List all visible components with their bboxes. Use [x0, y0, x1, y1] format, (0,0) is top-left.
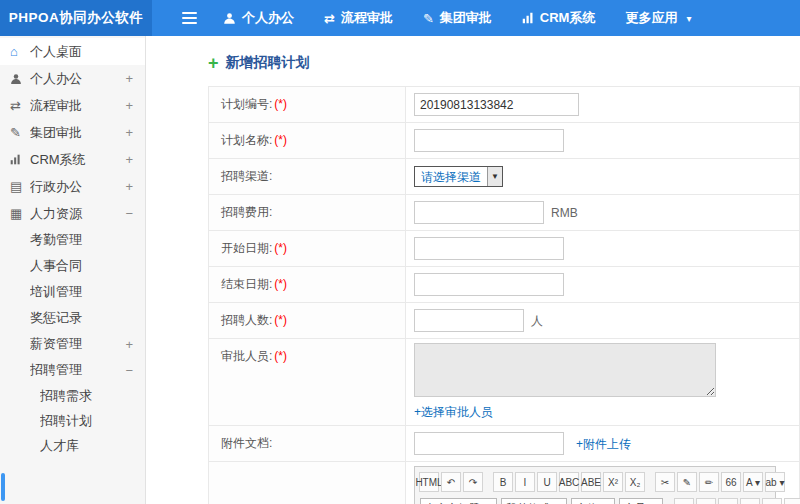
select-approver-link[interactable]: +选择审批人员 [414, 405, 493, 419]
nav-crm-system[interactable]: CRM系统 [522, 9, 596, 27]
nav-workflow-approval[interactable]: ⇄ 流程审批 [324, 9, 393, 27]
form-row-plan-name: 计划名称:(*) [209, 123, 800, 159]
fee-input[interactable] [414, 201, 544, 224]
top-bar: PHPOA协同办公软件 个人办公 ⇄ 流程审批 ✎ 集团审批 CRM系 [0, 0, 800, 36]
nav-more-apps[interactable]: 更多应用 ▾ [625, 9, 691, 27]
expand-plus-icon[interactable]: + [125, 125, 133, 140]
editor-dropdown[interactable]: 自定义标题▾ [420, 498, 497, 504]
form-row-start-date: 开始日期:(*) [209, 231, 800, 267]
required-marker: (*) [274, 97, 287, 111]
field-label: 审批人员: [221, 349, 272, 363]
editor-dropdown[interactable]: 字号▾ [619, 498, 663, 504]
sidebar-item-personal-desktop[interactable]: ⌂ 个人桌面 [0, 38, 145, 65]
editor-button[interactable]: I [515, 472, 535, 492]
nav-group-approval[interactable]: ✎ 集团审批 [423, 9, 492, 27]
sidebar-item-workflow-approval[interactable]: ⇄ 流程审批 + [0, 92, 145, 119]
editor-button[interactable]: A ▾ [743, 472, 763, 492]
attachment-input[interactable] [414, 432, 564, 455]
app-logo: PHPOA协同办公软件 [0, 0, 152, 36]
sidebar-item-group-approval[interactable]: ✎ 集团审批 + [0, 119, 145, 146]
sidebar-item-attendance-mgmt[interactable]: 考勤管理 [0, 227, 145, 253]
editor-dropdown[interactable]: 段落格式▾ [501, 498, 567, 504]
collapse-minus-icon[interactable]: − [125, 206, 133, 221]
field-label: 招聘渠道: [221, 169, 272, 183]
page-title: + 新增招聘计划 [208, 54, 800, 72]
edit-icon: ✎ [423, 11, 434, 26]
required-marker: (*) [274, 277, 287, 291]
currency-suffix: RMB [551, 206, 578, 220]
sidebar-scrollbar-thumb[interactable] [1, 473, 5, 501]
field-label: 招聘费用: [221, 205, 272, 219]
nav-personal-office[interactable]: 个人办公 [223, 9, 294, 27]
collapse-minus-icon[interactable]: − [125, 363, 133, 378]
editor-button[interactable]: 66 [721, 472, 741, 492]
editor-button[interactable]: ↶ [441, 472, 461, 492]
expand-plus-icon[interactable]: + [125, 71, 133, 86]
expand-plus-icon[interactable]: + [125, 179, 133, 194]
editor-dropdown[interactable]: 字体▾ [571, 498, 615, 504]
editor-button[interactable]: ABC [559, 472, 579, 492]
editor-button[interactable]: ≡ [718, 498, 738, 504]
expand-plus-icon[interactable]: + [125, 152, 133, 167]
sidebar-item-admin-office[interactable]: ▤ 行政办公 + [0, 173, 145, 200]
field-label: 计划名称: [221, 133, 272, 147]
editor-button[interactable]: B [493, 472, 513, 492]
approver-textarea[interactable] [414, 343, 716, 397]
editor-toolbar-row2: 自定义标题▾段落格式▾字体▾字号▾ ≡≡≡≣⇤⇥ [418, 496, 772, 504]
form-row-plan-no: 计划编号:(*) [209, 87, 800, 123]
attachment-upload-link[interactable]: +附件上传 [576, 437, 631, 451]
editor-button[interactable]: ab ▾ [765, 472, 785, 492]
page-title-text: 新增招聘计划 [226, 54, 310, 72]
editor-button[interactable]: ✎ [677, 472, 697, 492]
start-date-input[interactable] [414, 237, 564, 260]
editor-button[interactable]: ≡ [674, 498, 694, 504]
editor-button[interactable]: ≡ [696, 498, 716, 504]
sidebar-item-talent-pool[interactable]: 人才库 [0, 433, 145, 458]
sidebar-item-reward-punishment[interactable]: 奖惩记录 [0, 305, 145, 331]
sidebar-item-recruit-demand[interactable]: 招聘需求 [0, 383, 145, 408]
editor-button[interactable]: ≣ [740, 498, 760, 504]
nav-label: 流程审批 [341, 9, 393, 27]
nav-label: 集团审批 [440, 9, 492, 27]
sidebar-item-salary-mgmt[interactable]: 薪资管理 + [0, 331, 145, 357]
expand-plus-icon[interactable]: + [125, 98, 133, 113]
sidebar-item-crm-system[interactable]: CRM系统 + [0, 146, 145, 173]
richtext-editor-toolbar: HTML↶↷BIUABCABEX²X₂✂✎✏66A ▾ab ▾ 自定义标题▾段落… [414, 466, 776, 504]
user-icon [10, 73, 30, 85]
editor-button[interactable]: X² [603, 472, 623, 492]
sidebar-item-personnel-contract[interactable]: 人事合同 [0, 253, 145, 279]
plan-name-input[interactable] [414, 129, 564, 152]
chevron-down-icon: ▼ [487, 167, 502, 186]
id-card-icon: ▦ [10, 206, 30, 221]
hamburger-menu-icon[interactable] [182, 9, 197, 27]
headcount-input[interactable] [414, 309, 524, 332]
channel-select[interactable]: 请选择渠道 ▼ [414, 166, 503, 187]
required-marker: (*) [274, 313, 287, 327]
editor-button[interactable]: U [537, 472, 557, 492]
form-row-content-editor: HTML↶↷BIUABCABEX²X₂✂✎✏66A ▾ab ▾ 自定义标题▾段落… [209, 462, 800, 504]
editor-button[interactable]: ABE [581, 472, 601, 492]
chevron-down-icon: ▾ [686, 13, 691, 24]
sidebar-item-human-resources[interactable]: ▦ 人力资源 − [0, 200, 145, 227]
editor-align-group: ≡≡≡≣⇤⇥ [673, 498, 800, 504]
plan-number-input[interactable] [414, 93, 579, 116]
field-label: 招聘人数: [221, 313, 272, 327]
sidebar-item-training-mgmt[interactable]: 培训管理 [0, 279, 145, 305]
sidebar-item-recruitment-mgmt[interactable]: 招聘管理 − [0, 357, 145, 383]
editor-button[interactable]: ✏ [699, 472, 719, 492]
editor-button[interactable]: ⇤ [762, 498, 782, 504]
workflow-icon: ⇄ [10, 98, 30, 113]
editor-button[interactable]: X₂ [625, 472, 645, 492]
editor-button[interactable]: ↷ [463, 472, 483, 492]
nav-label: 个人办公 [242, 9, 294, 27]
user-icon [223, 12, 236, 25]
sidebar-item-recruit-plan[interactable]: 招聘计划 [0, 408, 145, 433]
expand-plus-icon[interactable]: + [125, 337, 133, 352]
sidebar-item-personal-office[interactable]: 个人办公 + [0, 65, 145, 92]
form-row-approver: 审批人员:(*) +选择审批人员 [209, 339, 800, 426]
editor-button[interactable]: HTML [419, 472, 439, 492]
editor-button[interactable]: ✂ [655, 472, 675, 492]
editor-button[interactable]: ⇥ [784, 498, 800, 504]
form-row-attachment: 附件文档: +附件上传 [209, 426, 800, 462]
end-date-input[interactable] [414, 273, 564, 296]
